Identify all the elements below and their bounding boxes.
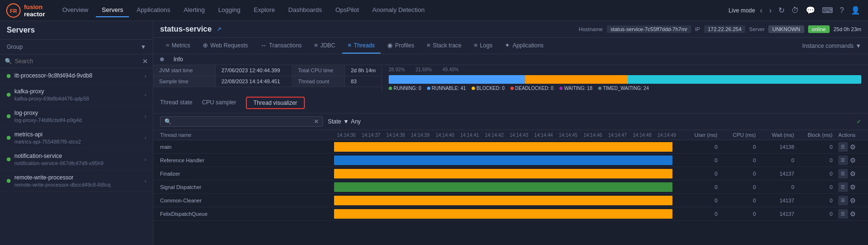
svg-text:FR: FR [10, 8, 17, 14]
tab-applications[interactable]: ✦ Applications [499, 38, 549, 54]
running-label: RUNNING: 0 [393, 86, 421, 91]
nav-anomaly[interactable]: Anomaly Detection [367, 3, 430, 17]
server-status-dot [7, 136, 11, 140]
sidebar-group[interactable]: Group ▼ [0, 40, 153, 55]
tab-jdbc[interactable]: ≡ JDBC [309, 38, 341, 54]
legend-waiting: WAITING: 18 [559, 86, 592, 91]
tab-web-requests[interactable]: ⊕ Web Requests [197, 38, 254, 54]
thread-wait: 14137 [756, 198, 794, 203]
thread-user: 0 [679, 171, 718, 177]
instance-commands-btn[interactable]: Instance commands ▼ [802, 39, 861, 53]
thread-detail-btn[interactable]: ☰ [838, 142, 848, 152]
nav-opspilot[interactable]: OpsPilot [330, 3, 365, 17]
server-item[interactable]: kafka-proxy kafka-proxy-69b8b4d476-qdp58… [0, 84, 153, 106]
thread-gear-btn[interactable]: ⚙ [850, 143, 856, 151]
thread-gear-btn[interactable]: ⚙ [850, 210, 856, 218]
refresh-btn[interactable]: ↻ [776, 4, 787, 17]
live-mode-label: Live mode [729, 7, 755, 14]
server-chevron-icon: › [145, 74, 146, 79]
uptime-value: 25d 0h 23m [833, 26, 861, 32]
tab-logs[interactable]: ≡ Logs [468, 38, 498, 54]
tab-cpu-sampler[interactable]: CPU sampler [202, 97, 236, 109]
server-chevron-icon: › [145, 92, 146, 98]
nav-applications[interactable]: Applications [131, 3, 176, 17]
legend-timed-waiting: TIMED_WAITING: 24 [598, 86, 649, 91]
server-chevron-icon: › [145, 135, 146, 141]
thread-search-clear-icon[interactable]: ✕ [314, 118, 319, 125]
server-name: itt-processor-9c8fd494d-9vdb8 [14, 72, 141, 79]
search-clear-icon[interactable]: ✕ [142, 57, 148, 65]
web-requests-icon: ⊕ [203, 42, 208, 49]
tab-threads[interactable]: ≡ Threads [342, 38, 381, 54]
user-icon[interactable]: 👤 [849, 4, 862, 17]
server-status-dot [7, 157, 11, 161]
thread-timeline [334, 169, 679, 178]
server-item[interactable]: notification-service notification-servic… [0, 149, 153, 170]
help-icon[interactable]: ? [838, 4, 846, 17]
search-input[interactable] [15, 58, 139, 65]
tab-thread-state[interactable]: Thread state [160, 97, 192, 109]
server-item[interactable]: log-proxy log-proxy-74b86cbdf4-p9g4d › [0, 106, 153, 127]
stats-left: JVM start time 27/06/2023 12:40:44.399 T… [153, 65, 382, 93]
thread-block: 0 [794, 157, 833, 163]
table-row: Common-Cleaner 0 0 14137 0 ☰ ⚙ [153, 194, 868, 207]
server-label: Server [749, 26, 764, 32]
thread-gear-btn[interactable]: ⚙ [850, 197, 856, 204]
instance-link-icon[interactable]: ↗ [217, 26, 221, 33]
thread-detail-btn[interactable]: ☰ [838, 156, 848, 165]
hostname-value: status-service-7c55ff7ddd-7h7mr [607, 25, 692, 33]
stats-section: JVM start time 27/06/2023 12:40:44.399 T… [153, 65, 868, 93]
thread-actions: ☰ ⚙ [833, 209, 861, 219]
nav-overview[interactable]: Overview [57, 3, 94, 17]
nav-explore[interactable]: Explore [248, 3, 281, 17]
thread-detail-btn[interactable]: ☰ [838, 182, 848, 192]
thread-gear-btn[interactable]: ⚙ [850, 170, 856, 178]
tab-stack-trace[interactable]: ≡ Stack trace [421, 38, 467, 54]
nav-alerting[interactable]: Alerting [178, 3, 210, 17]
thread-block: 0 [794, 171, 833, 177]
tab-profiles[interactable]: ◉ Profiles [382, 38, 420, 54]
thread-search-input[interactable] [174, 119, 311, 124]
clock-icon[interactable]: ⏱ [789, 4, 801, 17]
state-value: Any [351, 118, 361, 125]
thread-timeline [334, 142, 679, 152]
thread-cpu: 0 [718, 211, 756, 217]
thread-gear-btn[interactable]: ⚙ [850, 183, 856, 191]
server-item[interactable]: itt-processor-9c8fd494d-9vdb8 › [0, 68, 153, 84]
thread-block: 0 [794, 144, 833, 150]
nav-prev-btn[interactable]: ‹ [758, 4, 764, 17]
jvm-start-label: JVM start time [153, 65, 216, 76]
instance-commands-label: Instance commands [802, 43, 854, 49]
thread-gear-btn[interactable]: ⚙ [850, 156, 856, 164]
info-dot-icon [160, 57, 164, 61]
col-user: User (ms) [679, 132, 718, 138]
thread-detail-btn[interactable]: ☰ [838, 196, 848, 205]
applications-icon: ✦ [505, 42, 510, 49]
instance-commands-chevron-icon: ▼ [856, 43, 861, 49]
tab-metrics[interactable]: ≈ Metrics [160, 38, 196, 54]
server-item[interactable]: remote-write-processor remote-write-proc… [0, 170, 153, 192]
state-filter[interactable]: State ▼ Any [328, 118, 361, 125]
info-label: Info [174, 56, 183, 63]
server-chevron-icon: › [145, 178, 146, 184]
keyboard-icon[interactable]: ⌨ [820, 4, 835, 17]
nav-logging[interactable]: Logging [212, 3, 246, 17]
transactions-icon: ↔ [260, 42, 266, 49]
main-layout: Servers Group ▼ 🔍 ✕ itt-processor-9c8fd4… [0, 21, 868, 245]
nav-next-btn[interactable]: › [767, 4, 774, 17]
thread-user: 0 [679, 157, 718, 163]
timeline-time-4: 14:14:40 [433, 133, 457, 138]
server-info: metrics-api metrics-api-7554887f9-stcs2 [14, 131, 141, 145]
thread-cpu: 0 [718, 198, 756, 203]
nav-servers[interactable]: Servers [96, 3, 129, 17]
thread-detail-btn[interactable]: ☰ [838, 169, 848, 178]
server-list: itt-processor-9c8fd494d-9vdb8 › kafka-pr… [0, 68, 153, 245]
thread-detail-btn[interactable]: ☰ [838, 209, 848, 219]
timeline-time-0: 14:14:36 [334, 133, 359, 138]
nav-dashboards[interactable]: Dashboards [283, 3, 328, 17]
tab-transactions[interactable]: ↔ Transactions [255, 38, 307, 54]
server-item[interactable]: metrics-api metrics-api-7554887f9-stcs2 … [0, 127, 153, 149]
thread-name: main [160, 144, 334, 150]
chat-icon[interactable]: 💬 [804, 4, 817, 17]
tab-thread-visualizer[interactable]: Thread visualizer [246, 97, 305, 109]
